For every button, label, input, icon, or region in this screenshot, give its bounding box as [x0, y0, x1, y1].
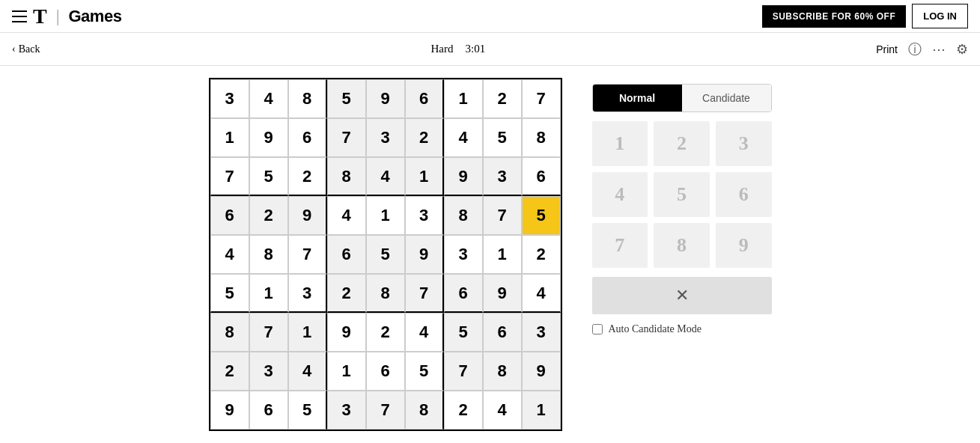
help-icon[interactable]: ⓘ — [908, 40, 922, 58]
sudoku-cell[interactable]: 5 — [444, 313, 483, 352]
sudoku-cell[interactable]: 5 — [288, 391, 327, 430]
sudoku-cell[interactable]: 9 — [249, 118, 288, 157]
sudoku-cell[interactable]: 8 — [522, 118, 561, 157]
login-button[interactable]: LOG IN — [912, 4, 968, 28]
sudoku-cell[interactable]: 5 — [405, 352, 444, 391]
sudoku-cell[interactable]: 4 — [483, 391, 522, 430]
sudoku-cell[interactable]: 6 — [366, 352, 405, 391]
sudoku-cell[interactable]: 8 — [444, 196, 483, 235]
number-9-button[interactable]: 9 — [716, 223, 772, 268]
sudoku-cell[interactable]: 8 — [366, 274, 405, 313]
sudoku-cell[interactable]: 7 — [483, 196, 522, 235]
sudoku-cell[interactable]: 3 — [405, 196, 444, 235]
sudoku-cell[interactable]: 9 — [522, 352, 561, 391]
sudoku-cell[interactable]: 2 — [327, 274, 366, 313]
sudoku-cell[interactable]: 9 — [444, 157, 483, 196]
print-button[interactable]: Print — [876, 43, 898, 55]
number-2-button[interactable]: 2 — [654, 121, 710, 166]
sudoku-cell[interactable]: 6 — [288, 118, 327, 157]
sudoku-cell[interactable]: 3 — [522, 313, 561, 352]
number-4-button[interactable]: 4 — [592, 172, 648, 217]
sudoku-cell[interactable]: 8 — [249, 235, 288, 274]
sudoku-cell[interactable]: 8 — [483, 352, 522, 391]
sudoku-cell[interactable]: 6 — [405, 79, 444, 118]
sudoku-cell[interactable]: 1 — [288, 313, 327, 352]
sudoku-cell[interactable]: 5 — [327, 79, 366, 118]
sudoku-cell[interactable]: 1 — [366, 196, 405, 235]
sudoku-cell[interactable]: 4 — [522, 274, 561, 313]
sudoku-cell[interactable]: 2 — [483, 79, 522, 118]
sudoku-cell[interactable]: 7 — [327, 118, 366, 157]
sudoku-cell[interactable]: 9 — [405, 235, 444, 274]
sudoku-cell[interactable]: 1 — [249, 274, 288, 313]
sudoku-cell[interactable]: 3 — [210, 79, 249, 118]
sudoku-cell[interactable]: 4 — [210, 235, 249, 274]
sudoku-cell[interactable]: 4 — [288, 352, 327, 391]
sudoku-cell[interactable]: 7 — [405, 274, 444, 313]
normal-mode-button[interactable]: Normal — [593, 85, 682, 111]
sudoku-cell[interactable]: 5 — [249, 157, 288, 196]
sudoku-cell[interactable]: 2 — [288, 157, 327, 196]
candidate-mode-button[interactable]: Candidate — [682, 85, 771, 111]
sudoku-cell[interactable]: 4 — [366, 157, 405, 196]
sudoku-cell[interactable]: 2 — [210, 352, 249, 391]
number-8-button[interactable]: 8 — [654, 223, 710, 268]
sudoku-cell[interactable]: 9 — [366, 79, 405, 118]
sudoku-cell[interactable]: 6 — [522, 157, 561, 196]
sudoku-cell[interactable]: 1 — [210, 118, 249, 157]
subscribe-button[interactable]: SUBSCRIBE FOR 60% OFF — [762, 5, 907, 28]
sudoku-cell[interactable]: 8 — [288, 79, 327, 118]
sudoku-cell[interactable]: 4 — [405, 313, 444, 352]
number-5-button[interactable]: 5 — [654, 172, 710, 217]
sudoku-cell[interactable]: 4 — [444, 118, 483, 157]
sudoku-cell[interactable]: 7 — [522, 79, 561, 118]
more-options-icon[interactable]: ⋯ — [932, 41, 946, 58]
sudoku-cell[interactable]: 5 — [483, 118, 522, 157]
sudoku-cell[interactable]: 5 — [366, 235, 405, 274]
sudoku-cell[interactable]: 9 — [288, 196, 327, 235]
settings-icon[interactable]: ⚙ — [956, 41, 968, 58]
sudoku-cell[interactable]: 2 — [522, 235, 561, 274]
sudoku-cell[interactable]: 1 — [522, 391, 561, 430]
sudoku-cell[interactable]: 8 — [405, 391, 444, 430]
sudoku-cell[interactable]: 2 — [405, 118, 444, 157]
sudoku-cell[interactable]: 6 — [444, 274, 483, 313]
sudoku-cell[interactable]: 3 — [327, 391, 366, 430]
sudoku-cell[interactable]: 3 — [444, 235, 483, 274]
sudoku-cell[interactable]: 5 — [522, 196, 561, 235]
sudoku-cell[interactable]: 7 — [288, 235, 327, 274]
sudoku-cell[interactable]: 3 — [483, 157, 522, 196]
sudoku-cell[interactable]: 2 — [444, 391, 483, 430]
sudoku-cell[interactable]: 5 — [210, 274, 249, 313]
sudoku-cell[interactable]: 7 — [210, 157, 249, 196]
sudoku-cell[interactable]: 1 — [444, 79, 483, 118]
sudoku-cell[interactable]: 9 — [327, 313, 366, 352]
sudoku-cell[interactable]: 1 — [483, 235, 522, 274]
sudoku-cell[interactable]: 1 — [405, 157, 444, 196]
sudoku-cell[interactable]: 6 — [249, 391, 288, 430]
sudoku-cell[interactable]: 3 — [366, 118, 405, 157]
sudoku-cell[interactable]: 4 — [327, 196, 366, 235]
sudoku-cell[interactable]: 3 — [249, 352, 288, 391]
sudoku-cell[interactable]: 9 — [210, 391, 249, 430]
sudoku-cell[interactable]: 6 — [210, 196, 249, 235]
sudoku-cell[interactable]: 7 — [444, 352, 483, 391]
hamburger-icon[interactable] — [12, 10, 27, 22]
sudoku-cell[interactable]: 2 — [366, 313, 405, 352]
auto-candidate-checkbox[interactable] — [592, 324, 603, 334]
sudoku-cell[interactable]: 6 — [327, 235, 366, 274]
sudoku-cell[interactable]: 4 — [249, 79, 288, 118]
sudoku-cell[interactable]: 1 — [327, 352, 366, 391]
number-3-button[interactable]: 3 — [716, 121, 772, 166]
sudoku-cell[interactable]: 7 — [249, 313, 288, 352]
sudoku-cell[interactable]: 7 — [366, 391, 405, 430]
sudoku-cell[interactable]: 9 — [483, 274, 522, 313]
number-6-button[interactable]: 6 — [716, 172, 772, 217]
sudoku-cell[interactable]: 8 — [210, 313, 249, 352]
sudoku-cell[interactable]: 6 — [483, 313, 522, 352]
number-7-button[interactable]: 7 — [592, 223, 648, 268]
delete-button[interactable]: ✕ — [592, 277, 772, 314]
sudoku-cell[interactable]: 8 — [327, 157, 366, 196]
back-button[interactable]: ‹ Back — [12, 43, 40, 55]
number-1-button[interactable]: 1 — [592, 121, 648, 166]
